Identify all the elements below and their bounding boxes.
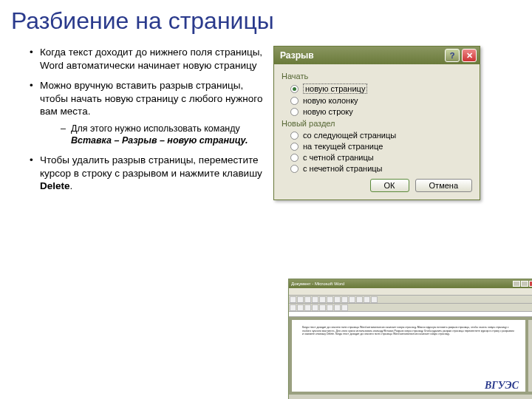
tool-icon[interactable] [312, 296, 318, 303]
section-new-section-label: Новый раздел [282, 119, 472, 128]
cancel-button[interactable]: Отмена [415, 179, 472, 192]
tool-icon[interactable] [341, 296, 348, 303]
radio-icon [290, 108, 299, 116]
tool-icon[interactable] [349, 296, 355, 303]
radio-icon [290, 132, 299, 140]
break-dialog: Разрыв ? ✕ Начать новую страницу новую к… [273, 46, 480, 200]
word-ruler[interactable] [289, 312, 532, 317]
university-logo: ВГУЭС [485, 380, 519, 392]
tool-icon[interactable] [304, 296, 311, 303]
tool-icon[interactable] [334, 296, 341, 303]
tool-icon[interactable] [327, 304, 333, 311]
radio-new-page[interactable]: новую страницу [290, 83, 472, 94]
word-statusbar [289, 395, 532, 399]
radio-icon [290, 85, 299, 93]
radio-new-column[interactable]: новую колонку [290, 96, 472, 105]
tool-icon[interactable] [327, 296, 333, 303]
dialog-title: Разрыв [280, 50, 443, 61]
bullet-item-3: Чтобы удалить разрыв страницы, перемести… [30, 154, 266, 193]
tool-icon[interactable] [371, 296, 378, 303]
radio-current-page[interactable]: на текущей странице [290, 142, 472, 151]
word-toolbar-2[interactable] [289, 304, 532, 312]
tool-icon[interactable] [304, 304, 311, 311]
tool-icon[interactable] [319, 304, 326, 311]
sub-bullet: Для этого нужно использовать команду Вст… [61, 123, 266, 147]
close-button[interactable]: ✕ [462, 49, 477, 62]
word-menubar[interactable] [289, 288, 532, 296]
radio-even-page[interactable]: с четной страницы [290, 153, 472, 162]
radio-odd-page[interactable]: с нечетной страницы [290, 164, 472, 173]
tool-icon[interactable] [356, 296, 363, 303]
tool-icon[interactable] [290, 304, 296, 311]
radio-icon [290, 165, 299, 173]
bullet-item-1: Когда текст доходит до нижнего поля стра… [30, 46, 266, 72]
maximize-icon[interactable] [521, 281, 528, 287]
word-scrollbar[interactable] [528, 320, 532, 392]
tool-icon[interactable] [297, 296, 304, 303]
radio-icon [290, 97, 299, 105]
help-button[interactable]: ? [445, 49, 460, 62]
bullet-item-2: Можно вручную вставить разрыв страницы, … [30, 79, 266, 146]
minimize-icon[interactable] [513, 281, 520, 287]
radio-new-line[interactable]: новую строку [290, 107, 472, 116]
word-title: Документ - Microsoft Word [291, 282, 513, 286]
slide-title: Разбиение на страницы [0, 0, 532, 46]
ok-button[interactable]: ОК [370, 179, 409, 192]
tool-icon[interactable] [297, 304, 304, 311]
tool-icon[interactable] [290, 296, 296, 303]
tool-icon[interactable] [341, 304, 348, 311]
radio-next-page[interactable]: со следующей страницы [290, 131, 472, 140]
word-titlebar[interactable]: Документ - Microsoft Word [289, 279, 532, 288]
tool-icon[interactable] [312, 304, 318, 311]
tool-icon[interactable] [334, 304, 341, 311]
radio-icon [290, 143, 299, 151]
dialog-titlebar[interactable]: Разрыв ? ✕ [274, 47, 480, 64]
section-begin-label: Начать [282, 72, 472, 81]
bullet-list: Когда текст доходит до нижнего поля стра… [7, 46, 266, 200]
word-toolbar-1[interactable] [289, 296, 532, 304]
radio-icon [290, 154, 299, 162]
tool-icon[interactable] [319, 296, 326, 303]
tool-icon[interactable] [364, 296, 370, 303]
close-icon[interactable] [529, 281, 532, 287]
